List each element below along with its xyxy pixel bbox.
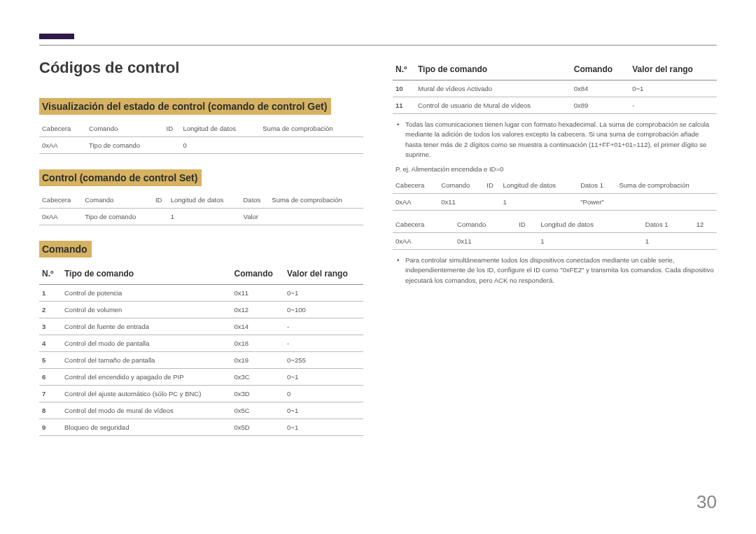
- set-h1: Comando: [82, 192, 153, 209]
- cmd-h1: Tipo de comando: [62, 263, 232, 285]
- table-cell: 0x5D: [232, 419, 285, 436]
- table-cell: 4: [39, 335, 62, 352]
- set-h3: Longitud de datos: [168, 192, 241, 209]
- get-h3: Longitud de datos: [180, 120, 260, 137]
- table-cell: -: [284, 318, 363, 335]
- cmd-h2: Comando: [232, 263, 285, 285]
- get-c2: [164, 137, 181, 154]
- ex2-h0: Cabecera: [393, 216, 454, 233]
- set-c2: [153, 209, 168, 225]
- ex2-c5: [694, 233, 717, 250]
- table-cell: Control del modo de pantalla: [62, 335, 232, 352]
- table-row: 2Control de volumen0x120~100: [39, 302, 363, 318]
- set-h2: ID: [153, 192, 168, 209]
- checksum-note: Todas las comunicaciones tienen lugar co…: [393, 120, 717, 160]
- get-c0: 0xAA: [39, 137, 86, 154]
- table-cell: 0~255: [284, 352, 363, 369]
- table-cell: 0x3C: [232, 369, 285, 386]
- right-column: N.º Tipo de comando Comando Valor del ra…: [393, 59, 717, 442]
- ex2-c0: 0xAA: [393, 233, 454, 250]
- example-table-2: Cabecera Comando ID Longitud de datos Da…: [393, 216, 717, 250]
- cmd-h0: N.º: [39, 263, 62, 285]
- table-row: 11Control de usuario de Mural de vídeos0…: [393, 97, 717, 114]
- ex1-h5: Suma de comprobación: [616, 177, 717, 194]
- table-cell: 11: [393, 97, 415, 114]
- cmd-h3: Valor del rango: [284, 263, 363, 285]
- table-cell: 0x89: [571, 97, 629, 114]
- ex1-c4: "Power": [578, 194, 616, 211]
- section-set-heading: Control (comando de control Set): [39, 169, 202, 186]
- table-cell: 6: [39, 369, 62, 386]
- ex1-h1: Comando: [438, 177, 484, 194]
- table-cell: 9: [39, 419, 62, 436]
- set-h5: Suma de comprobación: [269, 192, 363, 209]
- table-cell: 0x3D: [232, 386, 285, 402]
- ex1-c1: 0x11: [438, 194, 484, 211]
- example-label: P. ej. Alimentación encendida e ID=0: [396, 165, 717, 173]
- get-h4: Suma de comprobación: [260, 120, 363, 137]
- table-cell: 2: [39, 302, 62, 318]
- table-cell: 0x11: [232, 285, 285, 302]
- page-title: Códigos de control: [39, 59, 363, 77]
- ex1-h2: ID: [484, 177, 500, 194]
- cmd-rh0: N.º: [393, 59, 415, 80]
- table-cell: 0x14: [232, 318, 285, 335]
- table-row: 9Bloqueo de seguridad0x5D0~1: [39, 419, 363, 436]
- cmd-rh1: Tipo de comando: [415, 59, 571, 80]
- table-cell: Control del modo de mural de vídeos: [62, 402, 232, 419]
- ex2-h1: Comando: [454, 216, 516, 233]
- get-h2: ID: [164, 120, 181, 137]
- ex2-c4: 1: [643, 233, 694, 250]
- table-cell: 8: [39, 402, 62, 419]
- table-cell: Bloqueo de seguridad: [62, 419, 232, 436]
- ex2-h2: ID: [516, 216, 538, 233]
- table-cell: 0~1: [284, 285, 363, 302]
- table-cell: -: [629, 97, 717, 114]
- cmd-table-right: N.º Tipo de comando Comando Valor del ra…: [393, 59, 717, 114]
- table-cell: Control de potencia: [62, 285, 232, 302]
- table-cell: Control de fuente de entrada: [62, 318, 232, 335]
- ex1-c5: [616, 194, 717, 211]
- table-cell: 7: [39, 386, 62, 402]
- table-cell: 1: [39, 285, 62, 302]
- table-row: 7Control del ajuste automático (sólo PC …: [39, 386, 363, 402]
- table-cell: 0x19: [232, 352, 285, 369]
- table-cell: 3: [39, 318, 62, 335]
- set-c4: Valor: [241, 209, 270, 225]
- ex2-c2: [516, 233, 538, 250]
- table-row: 3Control de fuente de entrada0x14-: [39, 318, 363, 335]
- get-h0: Cabecera: [39, 120, 86, 137]
- table-cell: Control de volumen: [62, 302, 232, 318]
- ex1-h3: Longitud de datos: [500, 177, 578, 194]
- table-cell: 0x18: [232, 335, 285, 352]
- table-cell: 5: [39, 352, 62, 369]
- get-table: Cabecera Comando ID Longitud de datos Su…: [39, 120, 363, 154]
- ex1-c2: [484, 194, 500, 211]
- simultaneous-note: Para controlar simultáneamente todos los…: [393, 255, 717, 286]
- table-cell: Mural de vídeos Activado: [415, 80, 571, 97]
- table-row: 1Control de potencia0x110~1: [39, 285, 363, 302]
- get-c3: 0: [180, 137, 260, 154]
- table-cell: Control del tamaño de pantalla: [62, 352, 232, 369]
- section-cmd-heading: Comando: [39, 241, 92, 258]
- ex1-c3: 1: [500, 194, 578, 211]
- get-c4: [260, 137, 363, 154]
- set-h4: Datos: [241, 192, 270, 209]
- ex2-c1: 0x11: [454, 233, 516, 250]
- content-columns: Códigos de control Visualización del est…: [39, 59, 717, 442]
- table-row: 6Control del encendido y apagado de PIP0…: [39, 369, 363, 386]
- table-cell: Control de usuario de Mural de vídeos: [415, 97, 571, 114]
- table-cell: 0x5C: [232, 402, 285, 419]
- left-column: Códigos de control Visualización del est…: [39, 59, 363, 442]
- table-cell: 0x84: [571, 80, 629, 97]
- ex2-h4: Datos 1: [643, 216, 694, 233]
- get-h1: Comando: [86, 120, 163, 137]
- table-cell: 0~100: [284, 302, 363, 318]
- page-number: 30: [696, 491, 717, 513]
- set-table: Cabecera Comando ID Longitud de datos Da…: [39, 192, 363, 225]
- table-cell: 0x12: [232, 302, 285, 318]
- table-row: 10Mural de vídeos Activado0x840~1: [393, 80, 717, 97]
- section-get-heading: Visualización del estado de control (com…: [39, 98, 331, 115]
- set-c1: Tipo de comando: [82, 209, 153, 225]
- table-cell: 10: [393, 80, 415, 97]
